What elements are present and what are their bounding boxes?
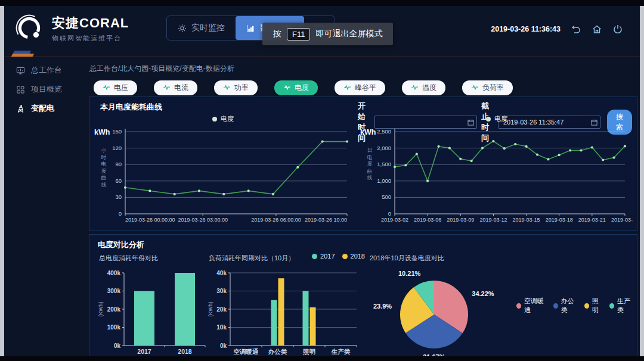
svg-text:2019-03-06: 2019-03-06: [414, 217, 441, 223]
sidebar-item-2[interactable]: 项目概览: [4, 80, 88, 99]
tab-7[interactable]: 负荷率: [462, 80, 513, 95]
daily-line-chart: 05001,0001,5002,0002,5002019-03-022019-0…: [358, 125, 633, 227]
fullscreen-tooltip: 按 F11 即可退出全屏模式: [262, 23, 393, 45]
svg-text:kWh: kWh: [360, 128, 376, 136]
svg-text:2019-03-15: 2019-03-15: [513, 217, 540, 223]
svg-text:2018: 2018: [178, 348, 192, 355]
tab-label: 温度: [422, 83, 436, 93]
load-bar-legend: 20172018: [312, 253, 365, 260]
svg-text:曲: 曲: [101, 175, 107, 181]
sidebar-item-label: 总工作台: [31, 65, 62, 76]
svg-text:2019-03-02: 2019-03-02: [381, 217, 408, 223]
top-black-bar: [0, 0, 644, 6]
svg-text:电: 电: [101, 161, 107, 167]
svg-text:2,000: 2,000: [377, 145, 391, 151]
svg-text:60: 60: [115, 178, 122, 184]
ecg-icon: [283, 84, 291, 92]
svg-text:150: 150: [112, 128, 122, 135]
tab-label: 电度: [295, 83, 309, 93]
svg-text:生产类: 生产类: [331, 348, 351, 355]
daily-chart-block: 开始时间 截止时间 搜索 电度 05001,0001,5002,0: [358, 97, 636, 231]
legend-dot: [584, 303, 589, 309]
legend-item[interactable]: 2017: [312, 253, 335, 260]
svg-text:500: 500: [382, 194, 391, 200]
svg-text:100k: 100k: [107, 324, 121, 331]
svg-text:0k: 0k: [114, 343, 121, 349]
svg-text:空调暖通: 空调暖通: [234, 348, 259, 355]
svg-text:(KWh): (KWh): [208, 301, 213, 317]
tooltip-prefix: 按: [273, 29, 281, 39]
svg-text:2019-03-21: 2019-03-21: [578, 217, 606, 223]
year-bar-title: 总电度消耗年份对比: [99, 254, 158, 263]
year-bar-block: 总电度消耗年份对比 0k100k200k300k400k20172018(KWh…: [97, 253, 213, 356]
grid-icon: [16, 85, 25, 94]
ecg-icon: [471, 84, 479, 92]
app-title: 安捷CORAL: [52, 14, 129, 32]
sidebar-item-label: 变配电: [31, 103, 54, 114]
legend-item[interactable]: 照明: [584, 297, 603, 315]
ecg-icon: [411, 84, 419, 92]
device-pie-chart: 34.22%31.67%23.9%10.21%: [367, 266, 516, 356]
comparison-panel: 电度对比分析 总电度消耗年份对比 0k100k200k300k400k20172…: [89, 234, 637, 356]
bar-chart-icon: [246, 24, 255, 33]
svg-text:度: 度: [101, 168, 107, 174]
svg-text:2019-03-26 03:00:00: 2019-03-26 03:00:00: [178, 217, 228, 223]
sidebar: 总工作台项目概览变配电: [4, 61, 88, 118]
legend-dot: [212, 117, 217, 122]
sidebar-item-3[interactable]: 变配电: [4, 99, 88, 118]
legend-dot: [486, 117, 491, 122]
nav-item-1[interactable]: 实时监控: [167, 16, 236, 40]
hourly-chart-legend[interactable]: 电度: [92, 114, 354, 123]
svg-text:400k: 400k: [107, 270, 121, 276]
back-icon[interactable]: [571, 24, 581, 35]
legend-label: 照明: [592, 297, 603, 315]
sidebar-item-label: 项目概览: [31, 84, 62, 95]
daily-chart-legend[interactable]: 电度: [358, 114, 636, 123]
svg-text:2019-03-24: 2019-03-24: [611, 217, 633, 223]
legend-item[interactable]: 办公类: [553, 297, 578, 315]
svg-text:30: 30: [115, 194, 122, 200]
tab-1[interactable]: 电压: [94, 80, 137, 95]
tab-label: 负荷率: [482, 83, 504, 93]
svg-text:小: 小: [101, 147, 107, 153]
tab-4[interactable]: 电度: [274, 80, 318, 95]
svg-text:办公类: 办公类: [268, 348, 287, 355]
header-actions: 2019-03-26 11:36:43: [491, 24, 623, 35]
svg-text:2019-03-26 06:00:00: 2019-03-26 06:00:00: [251, 217, 301, 223]
legend-item[interactable]: 2018: [342, 253, 365, 260]
svg-text:0k: 0k: [220, 343, 227, 349]
tab-2[interactable]: 电流: [154, 80, 197, 95]
nav-label: 实时监控: [191, 23, 225, 33]
tab-5[interactable]: 峰谷平: [335, 80, 385, 95]
sidebar-item-1[interactable]: 总工作台: [4, 61, 88, 80]
svg-text:0: 0: [388, 210, 391, 217]
legend-label: 空调暖通: [524, 297, 547, 315]
legend-dot: [609, 303, 614, 309]
svg-text:2017: 2017: [137, 348, 151, 355]
tab-3[interactable]: 功率: [214, 80, 258, 95]
svg-text:线: 线: [101, 182, 107, 188]
legend-dot: [516, 303, 521, 309]
legend-dot: [312, 254, 317, 259]
app-screen: 安捷CORAL 物联网智能运维平台 实时监控数据分析 按 F11 即可退出全屏模…: [4, 6, 640, 356]
svg-text:线: 线: [367, 175, 373, 181]
tooltip-suffix: 即可退出全屏模式: [315, 29, 382, 39]
hourly-line-chart: 03060901201502019-03-26 00:00:002019-03-…: [92, 125, 354, 227]
right-edge-strip: [640, 6, 644, 356]
svg-text:kWh: kWh: [94, 128, 110, 136]
legend-label: 电度: [221, 115, 234, 122]
workbench-icon: [16, 66, 25, 75]
power-icon[interactable]: [612, 24, 623, 35]
legend-item[interactable]: 空调暖通: [516, 297, 547, 315]
home-icon[interactable]: [592, 24, 602, 35]
legend-label: 生产类: [617, 297, 634, 315]
hourly-chart-title: 本月电度能耗曲线: [100, 102, 162, 113]
main-content: 总工作台/北大勺园-项目概览/变配电-数据分析 电压电流功率电度峰谷平温度负荷率…: [88, 58, 640, 356]
tab-6[interactable]: 温度: [402, 80, 445, 95]
svg-text:1,500: 1,500: [377, 161, 391, 167]
legend-dot: [342, 254, 348, 259]
legend-dot: [553, 303, 558, 309]
legend-item[interactable]: 生产类: [609, 297, 634, 315]
ecg-icon: [103, 84, 110, 92]
svg-text:34.22%: 34.22%: [472, 290, 494, 297]
